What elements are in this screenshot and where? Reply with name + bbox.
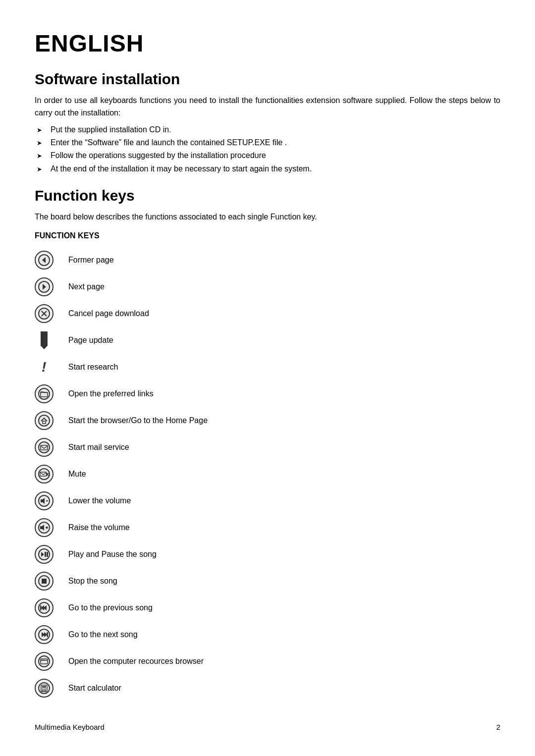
volume-up-icon-container	[35, 518, 64, 537]
volume-up-label: Raise the volume	[64, 522, 130, 533]
function-keys-description: The board below describes the functions …	[35, 211, 500, 223]
footer: Multimedia Keyboard 2	[35, 723, 500, 731]
fk-row-former-page: Former page	[35, 249, 500, 271]
fk-row-mute: Mute	[35, 463, 500, 485]
svg-rect-48	[45, 689, 46, 690]
stop-icon-container	[35, 572, 64, 591]
svg-rect-33	[40, 605, 42, 610]
fk-row-page-update: Page update	[35, 329, 500, 351]
page-container: ENGLISH Software installation In order t…	[0, 0, 535, 744]
svg-rect-37	[47, 632, 49, 637]
arrow-right-circle-icon	[35, 277, 54, 296]
footer-label: Multimedia Keyboard	[35, 723, 105, 731]
fk-row-home-page: Start the browser/Go to the Home Page	[35, 410, 500, 432]
fk-row-prev-song: Go to the previous song	[35, 597, 500, 619]
svg-point-9	[39, 415, 50, 426]
next-page-label: Next page	[64, 281, 105, 292]
mail-icon-container	[35, 438, 64, 457]
exclaim-icon: !	[42, 359, 46, 375]
volume-up-circle-icon	[35, 518, 54, 537]
stop-label: Stop the song	[64, 576, 117, 587]
svg-rect-26	[45, 552, 46, 557]
home-page-label: Start the browser/Go to the Home Page	[64, 415, 208, 426]
fk-row-start-research: ! Start research	[35, 356, 500, 378]
page-update-label: Page update	[64, 335, 113, 346]
svg-rect-49	[42, 690, 43, 691]
play-pause-circle-icon	[35, 545, 54, 564]
footer-page-number: 2	[496, 723, 500, 731]
next-circle-icon	[35, 625, 54, 644]
cancel-download-icon-container	[35, 304, 64, 323]
fk-row-volume-down: Lower the volume	[35, 490, 500, 512]
list-item: Follow the operations suggested by the i…	[35, 149, 500, 162]
prev-circle-icon	[35, 598, 54, 617]
fk-row-next-song: Go to the next song	[35, 624, 500, 646]
fk-row-preferred-links: Open the preferred links	[35, 383, 500, 405]
mail-label: Start mail service	[64, 442, 129, 453]
next-song-icon-container	[35, 625, 64, 644]
arrow-left-circle-icon	[35, 251, 54, 270]
software-steps-list: Put the supplied installation CD in. Ent…	[35, 123, 500, 176]
mute-icon-container	[35, 465, 64, 484]
list-item: Enter the “Software” file and launch the…	[35, 136, 500, 149]
next-song-label: Go to the next song	[64, 629, 138, 640]
fk-row-cancel-download: Cancel page download	[35, 303, 500, 324]
fk-row-volume-up: Raise the volume	[35, 517, 500, 539]
browser-icon-container	[35, 652, 64, 671]
svg-rect-46	[42, 689, 43, 690]
folder-circle-icon	[35, 384, 54, 403]
play-pause-label: Play and Pause the song	[64, 549, 157, 560]
volume-down-icon-container	[35, 491, 64, 510]
cancel-download-label: Cancel page download	[64, 308, 149, 319]
fk-row-mail: Start mail service	[35, 436, 500, 458]
volume-down-label: Lower the volume	[64, 495, 131, 506]
stop-circle-icon	[35, 572, 54, 591]
next-page-icon-container	[35, 277, 64, 296]
svg-rect-27	[47, 552, 48, 557]
preferred-links-icon-container	[35, 384, 64, 403]
software-intro: In order to use all keyboards functions …	[35, 95, 500, 119]
function-keys-subtitle: FUNCTION KEYS	[35, 231, 500, 240]
function-keys-title: Function keys	[35, 187, 500, 204]
start-research-icon-container: !	[35, 359, 64, 375]
calculator-icon-container	[35, 679, 64, 698]
svg-rect-47	[44, 689, 45, 690]
fk-row-browser: Open the computer recources browser	[35, 650, 500, 672]
prev-song-icon-container	[35, 598, 64, 617]
home-page-icon-container	[35, 411, 64, 430]
play-pause-icon-container	[35, 545, 64, 564]
calc-circle-icon	[35, 679, 54, 698]
former-page-label: Former page	[64, 255, 114, 266]
mute-circle-icon	[35, 465, 54, 484]
main-title: ENGLISH	[35, 30, 500, 57]
fk-row-calculator: Start calculator	[35, 677, 500, 699]
fk-row-next-page: Next page	[35, 276, 500, 298]
list-item: At the end of the installation it may be…	[35, 162, 500, 175]
svg-rect-29	[42, 579, 47, 584]
former-page-icon-container	[35, 251, 64, 270]
calculator-label: Start calculator	[64, 683, 121, 694]
function-keys-section: Function keys The board below describes …	[35, 187, 500, 699]
fk-row-play-pause: Play and Pause the song	[35, 543, 500, 565]
volume-down-circle-icon	[35, 491, 54, 510]
mail-circle-icon	[35, 438, 54, 457]
browser-label: Open the computer recources browser	[64, 656, 204, 667]
fk-row-stop: Stop the song	[35, 570, 500, 592]
svg-rect-51	[45, 690, 46, 691]
page-update-icon-container	[35, 331, 64, 349]
browser-circle-icon	[35, 652, 54, 671]
list-item: Put the supplied installation CD in.	[35, 123, 500, 136]
x-circle-icon	[35, 304, 54, 323]
software-title: Software installation	[35, 71, 500, 88]
start-research-label: Start research	[64, 362, 118, 373]
svg-rect-45	[42, 686, 46, 688]
preferred-links-label: Open the preferred links	[64, 388, 154, 399]
bookmark-icon	[41, 331, 48, 349]
mute-label: Mute	[64, 469, 86, 480]
software-section: Software installation In order to use al…	[35, 71, 500, 175]
svg-rect-50	[44, 690, 45, 691]
home-circle-icon	[35, 411, 54, 430]
prev-song-label: Go to the previous song	[64, 602, 153, 613]
